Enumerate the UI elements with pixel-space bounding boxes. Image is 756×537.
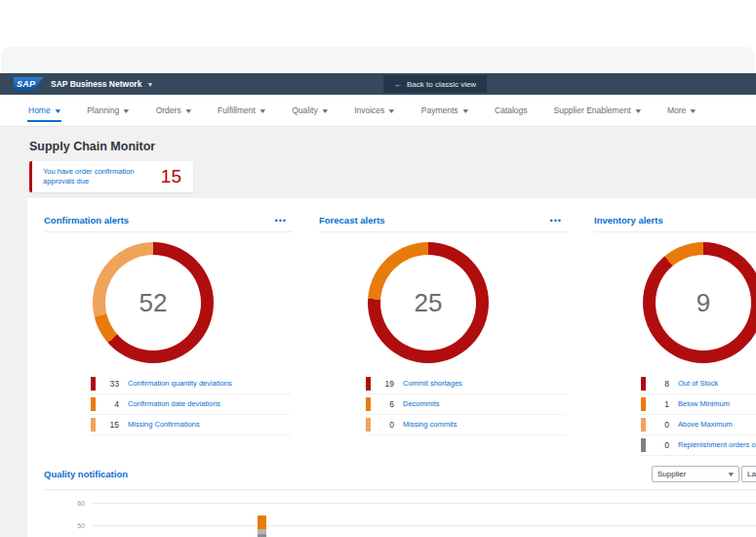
donut-hole: 9 <box>656 255 751 351</box>
nav-item-quality[interactable]: Quality▼ <box>291 95 329 126</box>
alert-banner[interactable]: You have order confirmation approvals du… <box>29 161 193 192</box>
legend-row-out-of-stock: 8Out of Stock <box>641 374 756 394</box>
bar-segment <box>258 516 266 529</box>
nav-item-label: Fulfillment <box>218 105 256 115</box>
nav-item-planning[interactable]: Planning▼ <box>86 95 131 126</box>
nav-item-fulfillment[interactable]: Fulfillment▼ <box>217 95 266 126</box>
legend-label-link[interactable]: Out of Stock <box>678 379 718 388</box>
alert-count: 15 <box>161 166 181 187</box>
legend-value: 15 <box>96 420 119 430</box>
legend-row-missing-confirmations: 15Missing Confirmations <box>91 415 291 435</box>
legend-value: 0 <box>371 420 394 430</box>
legend-value: 0 <box>646 440 669 450</box>
supplier-filter-value: Supplier <box>657 470 686 478</box>
legend-label-link[interactable]: Missing commits <box>403 420 457 429</box>
quality-title[interactable]: Quality notification <box>44 469 128 479</box>
legend-row-replenishment-orders-out-of-tolerance: 0Replenishment orders out of Tolerance <box>641 435 756 456</box>
dashboard-panel: Confirmation alerts ••• 52 33Confirmatio… <box>27 198 756 537</box>
card-title[interactable]: Inventory alerts <box>594 215 663 226</box>
y-axis-tick-label: 60 <box>60 500 85 507</box>
card-forecast-alerts: Forecast alerts ••• 25 19Commit shortage… <box>319 208 568 456</box>
legend-label-link[interactable]: Confirmation quantity deviations <box>128 379 232 388</box>
legend-label-link[interactable]: Above Maximum <box>678 420 733 429</box>
nav-item-catalogs[interactable]: Catalogs <box>494 95 529 126</box>
browser-top-area <box>0 0 756 47</box>
quality-bar-chart[interactable]: 6050 <box>44 492 756 537</box>
quality-notification-section: Quality notification Supplier ▼ La 6050 <box>44 466 756 537</box>
legend-row-commit-shortages: 19Commit shortages <box>366 374 566 394</box>
stacked-bar[interactable] <box>258 516 266 537</box>
nav-item-label: Home <box>28 105 51 115</box>
overflow-menu-icon[interactable]: ••• <box>550 219 562 223</box>
donut-hole: 25 <box>380 255 476 351</box>
chevron-down-icon: ▼ <box>633 107 642 114</box>
card-header: Forecast alerts ••• <box>319 208 568 232</box>
donut-total: 25 <box>415 288 443 318</box>
card-header: Inventory alerts <box>594 208 756 232</box>
legend-row-confirmation-quantity-deviations: 33Confirmation quantity deviations <box>91 374 291 394</box>
donut-chart[interactable]: 52 <box>93 242 214 363</box>
chevron-down-icon: ▼ <box>460 107 469 114</box>
back-button-label: Back to classic view <box>407 80 476 89</box>
nav-item-payments[interactable]: Payments▼ <box>420 95 469 126</box>
legend-value: 33 <box>96 379 119 389</box>
card-header: Confirmation alerts ••• <box>44 208 293 232</box>
nav-item-orders[interactable]: Orders▼ <box>155 95 192 126</box>
legend: 33Confirmation quantity deviations4Confi… <box>91 374 291 435</box>
back-arrow-icon: ← <box>394 80 402 89</box>
card-inventory-alerts: Inventory alerts 9 8Out of Stock1Below M… <box>594 208 756 456</box>
quality-header: Quality notification Supplier ▼ La <box>44 466 756 490</box>
sap-logo: SAP <box>14 77 43 91</box>
chevron-down-icon: ▼ <box>726 471 735 477</box>
supplier-filter-select[interactable]: Supplier ▼ <box>652 466 739 482</box>
page: Supply Chain Monitor You have order conf… <box>0 127 756 537</box>
nav-item-label: Supplier Enablement <box>554 105 631 115</box>
chevron-down-icon: ▼ <box>53 107 61 114</box>
donut-total: 9 <box>696 288 710 318</box>
back-to-classic-view-button[interactable]: ← Back to classic view <box>383 75 487 93</box>
donut-chart[interactable]: 25 <box>368 242 489 363</box>
nav-item-more[interactable]: More▼ <box>666 95 697 126</box>
legend-label-link[interactable]: Missing Confirmations <box>128 420 200 429</box>
legend-label-link[interactable]: Confirmation date deviations <box>128 399 220 408</box>
card-title[interactable]: Forecast alerts <box>319 215 385 226</box>
legend-value: 19 <box>371 379 394 389</box>
donut-total: 52 <box>139 288 168 318</box>
legend-row-confirmation-date-deviations: 4Confirmation date deviations <box>91 394 291 415</box>
nav-item-label: More <box>667 105 686 115</box>
nav-item-label: Invoices <box>354 105 384 115</box>
legend-label-link[interactable]: Commit shortages <box>403 379 462 388</box>
cards-row: Confirmation alerts ••• 52 33Confirmatio… <box>44 208 756 456</box>
nav-bar: Home▼Planning▼Orders▼Fulfillment▼Quality… <box>0 95 756 127</box>
card-title[interactable]: Confirmation alerts <box>44 215 129 226</box>
nav-item-label: Payments <box>421 105 458 115</box>
chevron-down-icon: ▼ <box>259 107 267 114</box>
donut-chart[interactable]: 9 <box>643 242 756 363</box>
legend-label-link[interactable]: Replenishment orders out of Tolerance <box>678 440 756 449</box>
donut-hole: 52 <box>105 255 201 351</box>
legend-label-link[interactable]: Below Minimum <box>678 399 730 408</box>
nav-item-supplier-enablement[interactable]: Supplier Enablement▼ <box>553 95 642 126</box>
legend: 8Out of Stock1Below Minimum0Above Maximu… <box>641 374 756 456</box>
nav-item-label: Catalogs <box>495 105 528 115</box>
nav-item-label: Orders <box>156 105 181 115</box>
secondary-filter-value: La <box>747 470 756 478</box>
secondary-filter-select[interactable]: La <box>741 466 756 482</box>
legend-value: 8 <box>646 379 669 389</box>
page-title: Supply Chain Monitor <box>0 127 756 161</box>
window-top-band <box>1 47 755 73</box>
gridline <box>93 525 756 526</box>
card-confirmation-alerts: Confirmation alerts ••• 52 33Confirmatio… <box>44 208 293 456</box>
chevron-down-icon: ▼ <box>183 107 192 114</box>
nav-item-home[interactable]: Home▼ <box>27 95 61 126</box>
y-axis-tick-label: 50 <box>60 522 85 529</box>
chevron-down-icon[interactable]: ▼ <box>146 81 153 88</box>
legend-row-above-maximum: 0Above Maximum <box>641 415 756 435</box>
legend-label-link[interactable]: Decommits <box>403 399 440 408</box>
legend-row-below-minimum: 1Below Minimum <box>641 394 756 415</box>
nav-item-invoices[interactable]: Invoices▼ <box>353 95 396 126</box>
legend-row-decommits: 6Decommits <box>366 394 566 415</box>
overflow-menu-icon[interactable]: ••• <box>275 219 287 223</box>
quality-filters: Supplier ▼ La <box>652 466 756 482</box>
product-name[interactable]: SAP Business Network <box>51 79 141 89</box>
